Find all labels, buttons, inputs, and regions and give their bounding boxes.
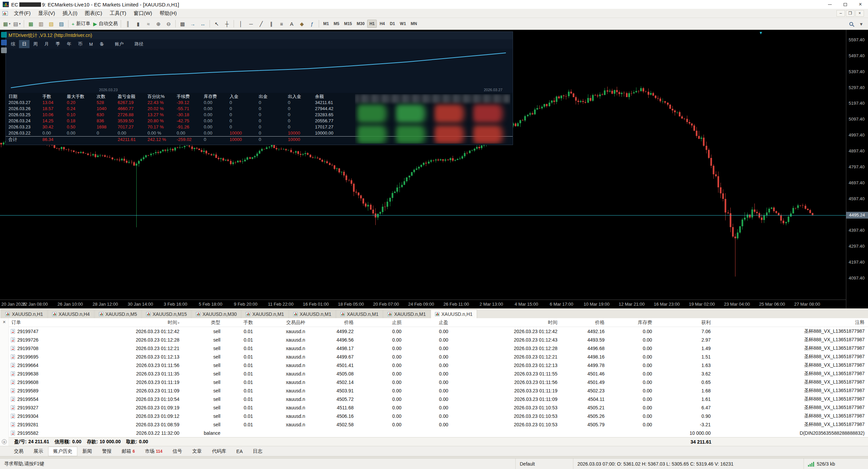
history-column-header[interactable]: 止盈: [405, 320, 452, 326]
menu-item[interactable]: 图表(C): [81, 9, 106, 18]
market-watch-button[interactable]: ▦: [26, 19, 36, 28]
history-row[interactable]: 291996642026.03.23 01:11:56sell0.01xauus…: [9, 361, 868, 369]
history-row[interactable]: 291993042026.03.23 01:09:12sell0.01xauus…: [9, 412, 868, 420]
chart-tab-XAUUSD.n,M1[interactable]: XAUUSD.n,M1: [289, 309, 336, 318]
ea-button-2[interactable]: [1, 40, 7, 45]
history-column-header[interactable]: 价格: [309, 320, 357, 326]
menu-item[interactable]: 文件(F): [10, 9, 34, 18]
mtdriver-tab-年[interactable]: 年: [64, 40, 74, 48]
chart-tab-XAUUSD.n,H1[interactable]: XAUUSD.n,H1: [431, 309, 477, 318]
history-row[interactable]: 291992812026.03.23 01:08:59sell0.01xauus…: [9, 420, 868, 429]
menu-item[interactable]: 显示(V): [34, 9, 59, 18]
auto-trading-button[interactable]: ▶自动交易: [92, 19, 119, 28]
timeframe-m5-button[interactable]: M5: [332, 20, 341, 28]
menu-item[interactable]: 插入(I): [59, 9, 81, 18]
history-table-header[interactable]: 订单时间▾类型手数交易品种价格止损止盈时间价格库存费获利注释: [9, 318, 868, 327]
trendline-button[interactable]: ╱: [256, 19, 266, 28]
mtdriver-tab-路径[interactable]: 路径: [132, 40, 146, 48]
mtdriver-tab-季[interactable]: 季: [53, 40, 63, 48]
mtdriver-tab-日[interactable]: 日: [19, 40, 29, 48]
shapes-button[interactable]: ◆: [297, 19, 307, 28]
mtdriver-tab-账户[interactable]: 账户: [112, 40, 127, 48]
menu-item[interactable]: 工具(T): [106, 9, 130, 18]
timeframe-mn-button[interactable]: MN: [409, 20, 419, 28]
tile-windows-button[interactable]: ▩: [178, 19, 187, 28]
minimize-button[interactable]: [822, 0, 837, 9]
price-axis[interactable]: 5597.405497.405397.405297.405197.405097.…: [846, 30, 868, 308]
history-row[interactable]: 291996952026.03.23 01:12:13sell0.01xauus…: [9, 352, 868, 361]
history-row[interactable]: 291955822026.03.22 11:32:00balance10 000…: [9, 429, 868, 437]
terminal-tab-账户历史[interactable]: 账户历史: [48, 447, 77, 456]
chart-candles-type-button[interactable]: ▮: [133, 19, 143, 28]
history-row[interactable]: 291996082026.03.23 01:11:19sell0.01xauus…: [9, 378, 868, 386]
channel-button[interactable]: ∥: [267, 19, 276, 28]
fibonacci-button[interactable]: ≡: [277, 19, 286, 28]
timeframe-m15-button[interactable]: M15: [342, 20, 354, 28]
menu-item[interactable]: 窗口(W): [130, 9, 156, 18]
crosshair-button[interactable]: ┼: [222, 19, 232, 28]
chart-tab-XAUUSD.n,M1[interactable]: XAUUSD.n,M1: [336, 309, 383, 318]
chart-shift-button[interactable]: ↔: [198, 19, 208, 28]
terminal-close-button[interactable]: ×: [3, 319, 6, 324]
chart-tab-XAUUSD.n,H1[interactable]: XAUUSD.n,H1: [1, 309, 47, 318]
zoom-in-button[interactable]: ⊕: [154, 19, 163, 28]
mtdriver-tab-月[interactable]: 月: [41, 40, 52, 48]
terminal-tab-日志[interactable]: 日志: [248, 447, 268, 456]
terminal-panel-button[interactable]: ▨: [57, 19, 66, 28]
chart-tab-XAUUSD.n,M15[interactable]: XAUUSD.n,M15: [142, 309, 191, 318]
history-column-header[interactable]: 类型: [183, 320, 224, 326]
timeframe-m1-button[interactable]: M1: [321, 20, 331, 28]
mtdriver-tab-币[interactable]: 币: [75, 40, 85, 48]
ea-button-1[interactable]: [1, 32, 7, 38]
timeframe-d1-button[interactable]: D1: [388, 20, 397, 28]
history-column-header[interactable]: 交易品种: [256, 320, 309, 326]
chart-window-icon[interactable]: [2, 11, 8, 16]
new-chart-button[interactable]: ▦▾: [2, 19, 12, 28]
indicators-button[interactable]: ƒ: [307, 19, 317, 28]
history-row[interactable]: 291997262026.03.23 01:12:28sell0.01xauus…: [9, 335, 868, 344]
history-column-header[interactable]: 时间▾: [69, 320, 183, 326]
timeframe-h1-button[interactable]: H1: [367, 20, 377, 28]
terminal-tab-交易[interactable]: 交易: [9, 447, 28, 456]
timeframe-h4-button[interactable]: H4: [377, 20, 387, 28]
timeframe-w1-button[interactable]: W1: [398, 20, 408, 28]
zoom-out-button[interactable]: ⊖: [164, 19, 173, 28]
history-column-header[interactable]: 时间: [452, 320, 561, 326]
mtdriver-tab-M[interactable]: M: [86, 41, 96, 48]
history-row[interactable]: 291993272026.03.23 01:09:19sell0.01xauus…: [9, 403, 868, 412]
history-column-header[interactable]: 止损: [357, 320, 405, 326]
close-button[interactable]: ×: [853, 0, 868, 9]
status-profile[interactable]: Default: [515, 458, 573, 469]
search-button[interactable]: [846, 19, 856, 28]
terminal-tab-展示[interactable]: 展示: [28, 447, 48, 456]
chart-tab-XAUUSD.n,M1[interactable]: XAUUSD.n,M1: [383, 309, 430, 318]
terminal-tab-信号[interactable]: 信号: [167, 447, 187, 456]
history-column-header[interactable]: 手数: [224, 320, 256, 326]
menu-item[interactable]: 帮助(H): [156, 9, 180, 18]
chart-tab-XAUUSD.n,M30[interactable]: XAUUSD.n,M30: [192, 309, 241, 318]
terminal-tab-警报[interactable]: 警报: [97, 447, 117, 456]
maximize-button[interactable]: [837, 0, 853, 9]
horizontal-line-button[interactable]: ─: [246, 19, 256, 28]
quick-menu-button[interactable]: ▾: [856, 19, 866, 28]
text-tool-button[interactable]: A: [287, 19, 296, 28]
chart-line-type-button[interactable]: ≈: [143, 19, 153, 28]
history-row[interactable]: 291997082026.03.23 01:12:21sell0.01xauus…: [9, 344, 868, 352]
mtdriver-tab-综[interactable]: 综: [8, 40, 18, 48]
terminal-tab-代码库[interactable]: 代码库: [207, 447, 231, 456]
mtdriver-tab-周[interactable]: 周: [30, 40, 41, 48]
terminal-tab-文章[interactable]: 文章: [187, 447, 207, 456]
history-row[interactable]: 291997472026.03.23 01:12:42sell0.01xauus…: [9, 327, 868, 335]
chart-area[interactable]: ▼ MTDriver统计 ,V3.12 (http://mtdriver.cn)…: [0, 30, 868, 308]
chart-bars-type-button[interactable]: ║: [123, 19, 133, 28]
terminal-tab-新闻[interactable]: 新闻: [77, 447, 97, 456]
mdi-minimize-button[interactable]: –: [836, 10, 845, 17]
history-row[interactable]: 291995892026.03.23 01:11:09sell0.01xauus…: [9, 386, 868, 395]
chart-tab-XAUUSD.n,H4[interactable]: XAUUSD.n,H4: [48, 309, 94, 318]
terminal-tab-邮箱[interactable]: 邮箱6: [117, 447, 140, 456]
history-column-header[interactable]: 获利: [655, 320, 714, 326]
new-order-button[interactable]: +新订单: [71, 19, 92, 28]
chart-tab-XAUUSD.n,M5[interactable]: XAUUSD.n,M5: [95, 309, 141, 318]
history-column-header[interactable]: 价格: [561, 320, 608, 326]
mdi-close-button[interactable]: ×: [855, 10, 864, 17]
